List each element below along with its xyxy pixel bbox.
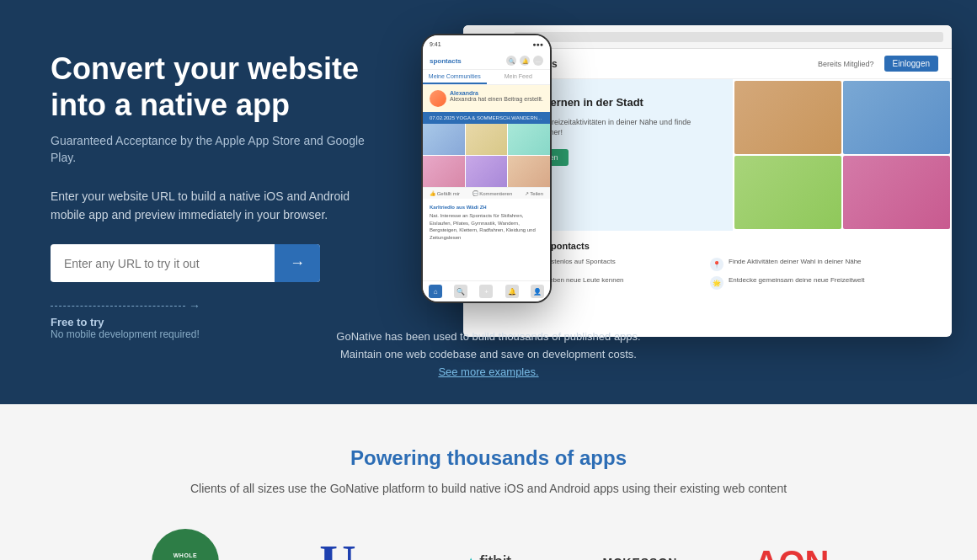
mobile-notification-body: Alexandra hat einen Beitrag erstellt.: [450, 96, 543, 102]
powering-title: Powering thousands of apps: [51, 446, 926, 470]
mobile-tab-feed[interactable]: Mein Feed: [487, 70, 551, 84]
aon-logo-mark: AON: [755, 544, 830, 561]
arrow-icon: →: [290, 254, 305, 272]
whole-foods-text: WHOLEFOODS: [174, 552, 198, 560]
hero-info-line2: Maintain one web codebase and save on de…: [278, 346, 699, 364]
desktop-header-right: Bereits Mitglied? Einloggen: [818, 56, 938, 72]
mobile-nav-bell[interactable]: 🔔: [505, 285, 519, 298]
mobile-photo-6: [508, 156, 550, 187]
mobile-status-bar: 9:41 ●●●: [423, 35, 550, 52]
mobile-share-button[interactable]: ↗ Teilen: [525, 190, 543, 196]
arrow-right-icon: →: [189, 299, 200, 312]
dashed-arrow-line: →: [51, 299, 371, 312]
dashed-line: [51, 306, 185, 307]
mobile-app-mockup: 9:41 ●●● spontacts 🔍 🔔 ⋯ Meine Communiti…: [421, 34, 552, 303]
see-more-examples-link[interactable]: See more examples.: [438, 365, 538, 378]
already-member-text: Bereits Mitglied?: [818, 60, 874, 68]
mobile-bell-icon[interactable]: 🔔: [520, 56, 530, 66]
mobile-search-icon[interactable]: 🔍: [506, 56, 516, 66]
mobile-post-user: Karltriedlo aus Wädi ZH: [430, 204, 543, 211]
mobile-post-content: Karltriedlo aus Wädi ZH Nat. Interesse a…: [423, 199, 550, 246]
whole-foods-logo-mark: WHOLEFOODS MARKET: [152, 529, 219, 560]
mobile-time: 9:41: [430, 41, 441, 47]
mckesson-logo-mark: MCKESSON: [603, 556, 678, 560]
mobile-user-name: Alexandra: [450, 90, 543, 96]
desktop-hero-image-grid: [733, 79, 952, 231]
mobile-comment-button[interactable]: 💬 Kommentieren: [472, 190, 513, 196]
desktop-image-3: [734, 156, 841, 229]
mobile-signal: ●●●: [532, 41, 543, 47]
mobile-nav-profile[interactable]: 👤: [531, 285, 544, 298]
mobile-like-button[interactable]: 👍 Gefällt mir: [430, 190, 460, 196]
mobile-bottom-nav: ⌂ 🔍 + 🔔 👤: [423, 280, 550, 301]
logo-mckesson: MCKESSON: [581, 529, 699, 560]
powering-subtitle: Clients of all sizes use the GoNative pl…: [51, 482, 926, 495]
desktop-image-4: [843, 156, 950, 229]
fitbit-plus-icon: ✦: [466, 556, 476, 560]
hero-subtitle: Guaranteed Acceptance by the Apple App S…: [51, 133, 371, 166]
mobile-event-banner[interactable]: 07.02.2025 YOGA & SOMMERSCH.WANDERN...: [423, 112, 550, 124]
mobile-photo-3: [508, 124, 550, 155]
desktop-feature-4: 🌟 Entdecke gemeinsam deine neue Freizeit…: [710, 276, 938, 290]
logo-unilever: U: [278, 529, 396, 560]
mobile-tab-communities[interactable]: Meine Communities: [423, 70, 487, 84]
mobile-notification-text: Alexandra Alexandra hat einen Beitrag er…: [450, 90, 543, 102]
free-to-try-label: Free to try: [51, 316, 371, 328]
mobile-photo-5: [466, 156, 508, 187]
feature-icon-4: 🌟: [710, 276, 723, 290]
hero-title: Convert your website into a native app: [51, 51, 371, 123]
mobile-logo: spontacts: [430, 57, 462, 65]
mobile-nav-search[interactable]: 🔍: [454, 285, 467, 298]
mobile-interaction-bar: 👍 Gefällt mir 💬 Kommentieren ↗ Teilen: [423, 187, 550, 199]
desktop-image-2: [843, 81, 950, 154]
hero-description: Enter your website URL to build a native…: [51, 187, 371, 225]
address-bar: [514, 32, 943, 42]
url-submit-button[interactable]: →: [275, 244, 320, 282]
logo-fitbit: ✦ fitbit: [430, 529, 547, 560]
mobile-notification: Alexandra Alexandra hat einen Beitrag er…: [423, 85, 550, 112]
unilever-logo-mark: U: [319, 534, 354, 561]
logo-aon: AON: [733, 529, 851, 560]
client-logos-container: WHOLEFOODS MARKET U ✦ fitbit MCKESSON AO…: [51, 529, 926, 560]
mobile-photo-1: [423, 124, 465, 155]
no-dev-required-label: No mobile development required!: [51, 328, 371, 340]
mobile-menu-icon[interactable]: ⋯: [533, 56, 543, 66]
mobile-photo-grid: [423, 124, 550, 187]
mobile-app-header: spontacts 🔍 🔔 ⋯: [423, 52, 550, 70]
mobile-tabs: Meine Communities Mein Feed: [423, 70, 550, 85]
mobile-user-avatar: [430, 90, 446, 107]
fitbit-logo-mark: ✦ fitbit: [466, 552, 510, 560]
desktop-login-button[interactable]: Einloggen: [884, 56, 938, 72]
mobile-nav-plus[interactable]: +: [479, 285, 493, 298]
desktop-feature-2: 📍 Finde Aktivitäten deiner Wahl in deine…: [710, 258, 938, 271]
logo-whole-foods: WHOLEFOODS MARKET: [126, 529, 244, 560]
mobile-photo-2: [466, 124, 508, 155]
fitbit-text: fitbit: [479, 552, 510, 560]
lower-section: Powering thousands of apps Clients of al…: [0, 404, 977, 560]
mobile-header-icons: 🔍 🔔 ⋯: [506, 56, 543, 66]
mobile-nav-home[interactable]: ⌂: [429, 285, 442, 298]
hero-section: Convert your website into a native app G…: [0, 0, 977, 404]
desktop-image-1: [734, 81, 841, 154]
hero-left-panel: Convert your website into a native app G…: [51, 34, 371, 340]
feature-icon-2: 📍: [710, 258, 723, 271]
url-input-container: →: [51, 244, 320, 282]
free-to-try-container: → Free to try No mobile development requ…: [51, 299, 371, 340]
mobile-photo-4: [423, 156, 465, 187]
mobile-post-text: Nat. Interesse an Spontacts für Skifahre…: [430, 212, 543, 241]
url-input[interactable]: [51, 247, 275, 280]
